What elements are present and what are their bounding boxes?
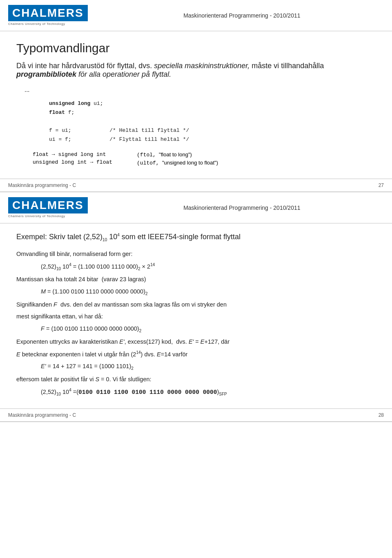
conv2-code: unsigned long int → float: [33, 159, 112, 165]
para-11: (2,52)10 104 =(0100 0110 1100 0100 1110 …: [41, 387, 376, 398]
subtitle-text-1e: för alla operationer på flyttal.: [78, 70, 171, 78]
para-1: Omvandling till binär, normaliserad form…: [16, 249, 376, 259]
para-8: E betecknar exponenten i talet vi utgår …: [16, 349, 376, 360]
slide-2: CHALMERS Chalmers University of Technolo…: [0, 192, 392, 422]
slide-2-header: CHALMERS Chalmers University of Technolo…: [0, 192, 392, 224]
slide-1: CHALMERS Chalmers University of Technolo…: [0, 0, 392, 192]
footer-right-2: 28: [379, 412, 384, 418]
example-title: Exempel: Skriv talet (2,52)10 104 som et…: [16, 233, 376, 242]
chalmers-logo-1: CHALMERS: [8, 5, 88, 21]
sub-10-1: 10: [102, 238, 107, 242]
subtitle-text-1d: programbibliotek: [16, 70, 78, 78]
footer-right-1: 27: [379, 182, 384, 188]
conv1-desc: (ftol, "float to long"): [137, 151, 218, 158]
slide2-body: Omvandling till binär, normaliserad form…: [16, 249, 376, 398]
logo-box-2: CHALMERS Chalmers University of Technolo…: [8, 197, 88, 218]
para-5b: mest signifikanta ettan, vi har då:: [16, 312, 376, 322]
slide-1-content: Typomvandlingar Då vi inte har hårdvarus…: [0, 31, 392, 178]
code-table-right: (ftol, "float to long") (ultof, "unsigne…: [137, 151, 218, 166]
para-3: Mantissan ska ha totalt 24 bitar (varav …: [16, 275, 376, 285]
para-7: Exponenten uttrycks av karakteristikan E…: [16, 337, 376, 347]
code-table-left: float → signed long int unsigned long in…: [33, 151, 112, 166]
subtitle-text-1b: speciella maskininstruktioner,: [154, 62, 252, 70]
subtitle-text-1c: måste vi tillhandahålla: [252, 62, 324, 70]
code-block-1: unsigned long ui; float f; f = ui; /* He…: [49, 99, 376, 144]
para-2: (2,52)10 104 = (1.100 0100 1110 000)2 × …: [41, 262, 376, 272]
subtitle-text-1a: Då vi inte har hårdvarustöd för flyttal,…: [16, 62, 154, 70]
code-table-1: float → signed long int unsigned long in…: [33, 151, 376, 166]
slide-2-content: Exempel: Skriv talet (2,52)10 104 som et…: [0, 224, 392, 408]
footer-left-2: Maskinnära programmering - C: [8, 412, 76, 418]
conv2-desc: (ultof, "unsigned long to float"): [137, 160, 218, 166]
slide-1-header: CHALMERS Chalmers University of Technolo…: [0, 0, 392, 31]
logo-subtitle-1: Chalmers University of Technology: [8, 22, 65, 26]
slide-1-footer: Maskinnära programmering - C 27: [0, 178, 392, 191]
slide-2-footer: Maskinnära programmering - C 28: [0, 408, 392, 421]
para-4: M = (1.100 0100 1110 0000 0000 0000)2: [41, 287, 376, 297]
footer-left-1: Maskinnära programmering - C: [8, 182, 76, 188]
slide-subtitle-1: Då vi inte har hårdvarustöd för flyttal,…: [16, 62, 376, 79]
ellipsis: ...: [24, 86, 376, 93]
logo-box-1: CHALMERS Chalmers University of Technolo…: [8, 5, 88, 26]
para-5: Signifikanden F dvs. den del av mantissa…: [16, 300, 376, 310]
conv1-code: float → signed long int: [33, 151, 112, 158]
logo-subtitle-2: Chalmers University of Technology: [8, 214, 65, 218]
sup-4: 4: [117, 233, 120, 237]
para-10: eftersom talet är positivt får vi S = 0.…: [16, 375, 376, 385]
slide-title-1: Typomvandlingar: [16, 41, 376, 55]
para-9: E' = 14 + 127 = 141 = (1000 1101)2: [41, 362, 376, 372]
header-title-1: Maskinorienterad Programmering - 2010/20…: [100, 12, 384, 19]
chalmers-logo-2: CHALMERS: [8, 197, 88, 213]
header-title-2: Maskinorienterad Programmering - 2010/20…: [100, 205, 384, 211]
para-6: F = (100 0100 1110 0000 0000 0000)2: [41, 324, 376, 334]
